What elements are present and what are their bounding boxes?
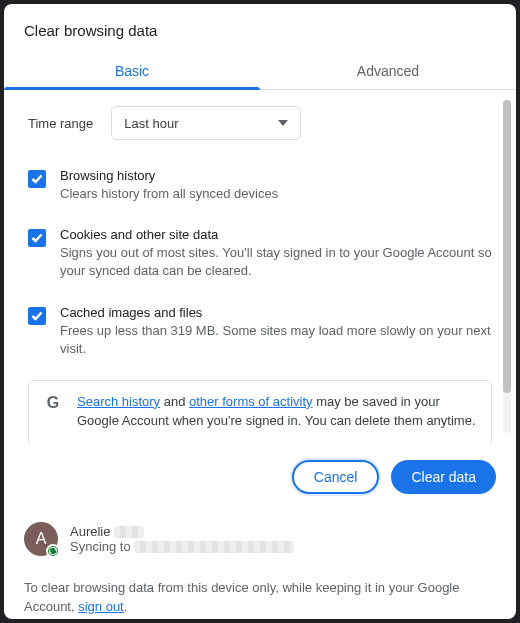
account-row: A Aurelie Syncing to <box>4 510 516 564</box>
clear-browsing-data-dialog: Clear browsing data Basic Advanced Time … <box>4 4 516 619</box>
footer-note: To clear browsing data from this device … <box>4 564 516 619</box>
link-other-activity[interactable]: other forms of activity <box>189 394 313 409</box>
option-browsing-history: Browsing history Clears history from all… <box>28 160 492 219</box>
clear-data-button[interactable]: Clear data <box>391 460 496 494</box>
check-icon <box>31 174 43 184</box>
check-icon <box>31 233 43 243</box>
google-g-icon: G <box>43 393 63 431</box>
dialog-title: Clear browsing data <box>4 4 516 45</box>
checkbox-cache[interactable] <box>28 307 46 325</box>
time-range-value: Last hour <box>124 116 178 131</box>
tab-advanced[interactable]: Advanced <box>260 51 516 89</box>
checkbox-browsing-history[interactable] <box>28 170 46 188</box>
account-status: Syncing to <box>70 539 294 554</box>
scrollbar[interactable] <box>501 100 513 433</box>
option-title: Browsing history <box>60 168 278 183</box>
option-desc: Clears history from all synced devices <box>60 185 278 203</box>
sync-badge-icon <box>46 544 60 558</box>
scrollbar-thumb[interactable] <box>503 100 511 393</box>
option-desc: Frees up less than 319 MB. Some sites ma… <box>60 322 492 358</box>
check-icon <box>31 311 43 321</box>
google-account-info: G Search history and other forms of acti… <box>28 380 492 443</box>
redacted <box>134 541 294 553</box>
tab-basic[interactable]: Basic <box>4 51 260 89</box>
redacted <box>114 526 144 538</box>
option-cookies: Cookies and other site data Signs you ou… <box>28 219 492 296</box>
time-range-label: Time range <box>28 116 93 131</box>
checkbox-cookies[interactable] <box>28 229 46 247</box>
cancel-button[interactable]: Cancel <box>292 460 380 494</box>
info-text: Search history and other forms of activi… <box>77 393 477 431</box>
account-name: Aurelie <box>70 524 294 539</box>
option-cache: Cached images and files Frees up less th… <box>28 297 492 374</box>
avatar: A <box>24 522 58 556</box>
sign-out-link[interactable]: sign out <box>78 599 124 614</box>
option-desc: Signs you out of most sites. You'll stay… <box>60 244 492 280</box>
caret-down-icon <box>278 120 288 126</box>
option-title: Cookies and other site data <box>60 227 492 242</box>
option-title: Cached images and files <box>60 305 492 320</box>
action-bar: Cancel Clear data <box>4 443 516 510</box>
tab-bar: Basic Advanced <box>4 51 516 90</box>
link-search-history[interactable]: Search history <box>77 394 160 409</box>
time-range-select[interactable]: Last hour <box>111 106 301 140</box>
scroll-area: Time range Last hour Browsing history Cl… <box>4 90 516 443</box>
time-range-row: Time range Last hour <box>28 106 492 140</box>
